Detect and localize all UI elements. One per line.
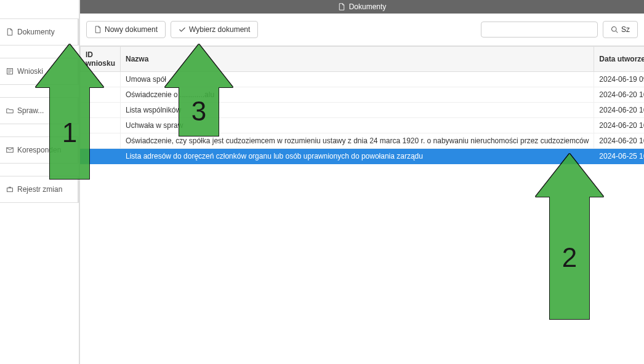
table-cell-name: Lista adresów do doręczeń członków organ… (121, 149, 594, 164)
search-button[interactable]: Sz (603, 21, 638, 38)
choose-document-button[interactable]: Wybierz dokument (171, 21, 258, 38)
sidebar-item-sprawy[interactable]: Spraw... (0, 97, 79, 124)
main-panel: Dokumenty Nowy dokument Wybierz dokument… (79, 0, 644, 364)
table-row[interactable]: Lista wspólników2024-06-20 16:06:04 (81, 103, 645, 118)
document-icon (94, 26, 102, 33)
sidebar-item-label: Dokumenty (17, 28, 55, 36)
sidebar-item-label: Spraw... (17, 106, 44, 115)
col-header-created[interactable]: Data utworzenia (594, 47, 644, 72)
sidebar: Dokumenty Wnioski Spraw... Koresponden R… (0, 0, 79, 364)
table-cell-name: Umowa spół (121, 72, 594, 87)
table-cell-created: 2024-06-19 09:01:07 (594, 72, 644, 87)
sidebar-item-dokumenty[interactable]: Dokumenty (0, 18, 79, 46)
table-row[interactable]: Uchwała w spraw2024-06-20 16:08:13 (81, 118, 645, 133)
sidebar-item-korespondencja[interactable]: Koresponden (0, 136, 79, 164)
table-cell-id (81, 87, 121, 103)
sidebar-item-label: Wnioski (17, 67, 43, 76)
briefcase-icon (6, 186, 14, 193)
svg-point-3 (611, 27, 616, 32)
table-cell-created: 2024-06-20 16:02:35 (594, 87, 644, 103)
table-cell-created: 2024-06-20 16:06:04 (594, 103, 644, 118)
table-row[interactable]: Lista adresów do doręczeń członków organ… (81, 149, 645, 164)
sidebar-item-rejestr[interactable]: Rejestr zmian (0, 176, 79, 203)
form-icon (6, 68, 14, 75)
table-cell-name: Oświadczenie, czy spółka jest cudzoziemc… (121, 133, 594, 149)
search-icon (611, 26, 618, 33)
button-label: Sz (621, 25, 630, 34)
document-icon (338, 3, 345, 10)
title-bar: Dokumenty (80, 0, 644, 14)
col-header-id[interactable]: ID wniosku (81, 47, 121, 72)
new-document-button[interactable]: Nowy dokument (86, 21, 166, 38)
folder-icon (6, 107, 14, 114)
table-cell-name: Oświadczenie o ............alu (121, 87, 594, 103)
table-cell-created: 2024-06-20 16:08:13 (594, 118, 644, 133)
search-input[interactable] (481, 22, 598, 38)
table-row[interactable]: Oświadczenie, czy spółka jest cudzoziemc… (81, 133, 645, 149)
table-cell-id (81, 103, 121, 118)
table-cell-id (81, 133, 121, 149)
col-header-name[interactable]: Nazwa (121, 47, 594, 72)
table-cell-name: Uchwała w spraw (121, 118, 594, 133)
toolbar: Nowy dokument Wybierz dokument Sz (80, 14, 644, 46)
svg-rect-2 (7, 188, 13, 192)
document-icon (6, 28, 14, 36)
button-label: Nowy dokument (105, 25, 158, 34)
table-row[interactable]: Oświadczenie o ............alu2024-06-20… (81, 87, 645, 103)
table-cell-created: 2024-06-20 16:28:03 (594, 133, 644, 149)
table-row[interactable]: Umowa spół2024-06-19 09:01:072024 (81, 72, 645, 87)
sidebar-item-label: Rejestr zmian (17, 185, 62, 194)
sidebar-item-label: Koresponden (17, 146, 61, 154)
documents-table: ID wniosku Nazwa Data utworzenia Data Um… (80, 46, 644, 164)
table-cell-id (81, 118, 121, 133)
table-cell-name: Lista wspólników (121, 103, 594, 118)
page-title: Dokumenty (349, 2, 387, 11)
check-icon (179, 26, 186, 33)
table-cell-id (81, 149, 121, 164)
table-cell-created: 2024-06-25 16:10:51 (594, 149, 644, 164)
mail-icon (6, 146, 14, 154)
button-label: Wybierz dokument (189, 25, 250, 34)
table-cell-id (81, 72, 121, 87)
sidebar-item-wnioski[interactable]: Wnioski (0, 58, 79, 85)
